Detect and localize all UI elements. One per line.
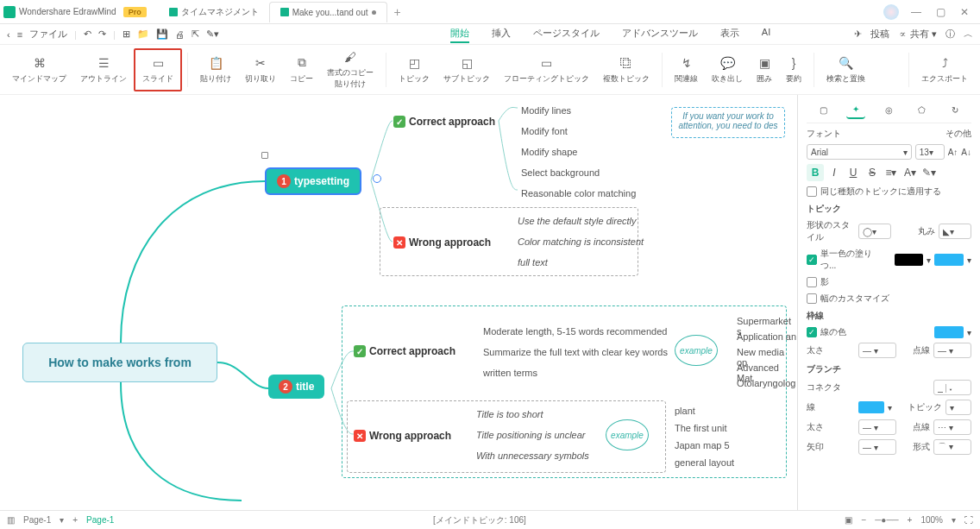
menu-tab-advance[interactable]: アドバンスツール [622, 25, 698, 43]
underline-button[interactable]: U [845, 164, 862, 181]
leaf[interactable]: Use the default style directly [518, 216, 637, 226]
selection-handle[interactable] [261, 152, 268, 159]
slide-button[interactable]: ▭スライド [134, 48, 182, 91]
font-dec[interactable]: A↓ [961, 148, 971, 157]
color-swatch[interactable] [858, 401, 884, 413]
panel-tab-shape[interactable]: ⬠ [913, 100, 932, 119]
export-button[interactable]: ⤴エクスポート [914, 48, 975, 91]
leaf[interactable]: The first unit [675, 423, 727, 433]
leaf[interactable]: Summarize the full text with clear key w… [483, 347, 668, 357]
bold-button[interactable]: B [807, 164, 824, 181]
fill-check[interactable]: ✓ [807, 255, 817, 265]
leaf[interactable]: Application an [737, 331, 796, 342]
menu-tab-view[interactable]: 表示 [720, 25, 739, 43]
leaf[interactable]: With unnecessary symbols [476, 450, 589, 461]
strike-button[interactable]: S [864, 164, 881, 181]
other-link[interactable]: その他 [945, 128, 971, 140]
node-correct-2[interactable]: ✓Correct approach [354, 345, 455, 357]
zoom-in[interactable]: + [908, 515, 913, 525]
summary-button[interactable]: ▣囲み [750, 48, 779, 91]
highlight-button[interactable]: ✎▾ [920, 164, 938, 181]
leaf[interactable]: Title positioning is unclear [476, 430, 585, 440]
formatpaste-button[interactable]: 🖌書式のコピー 貼り付け [320, 48, 380, 91]
dash-select[interactable]: — ▾ [933, 343, 971, 358]
node-title[interactable]: 2title [268, 375, 324, 399]
copy-button[interactable]: ⧉コピー [283, 48, 320, 91]
thick-select[interactable]: — ▾ [858, 343, 896, 358]
digest-button[interactable]: }要約 [779, 48, 808, 91]
undo-button[interactable]: ↶ [84, 28, 91, 40]
topic-button[interactable]: ◰トピック [392, 48, 437, 91]
new-tab-button[interactable]: + [387, 5, 408, 19]
sametype-check[interactable] [807, 186, 817, 197]
shadow-check[interactable] [807, 277, 817, 287]
leaf[interactable]: general layout [675, 457, 734, 468]
pages-icon[interactable]: ▥ [7, 515, 15, 525]
leaf[interactable]: Otolaryngolog [737, 378, 796, 388]
leaf[interactable]: full text [518, 257, 548, 268]
leaf[interactable]: Moderate length, 5-15 words recommended [483, 326, 667, 337]
paste-button[interactable]: 📋貼り付け [193, 48, 238, 91]
maximize-button[interactable]: ▢ [928, 6, 952, 18]
menu-tab-insert[interactable]: 挿入 [492, 25, 511, 43]
thick-select[interactable]: — ▾ [858, 419, 896, 435]
redo-button[interactable]: ↷ [98, 28, 106, 40]
node-wrong-2[interactable]: ✕Wrong approach [354, 430, 451, 442]
close-button[interactable]: ✕ [952, 6, 977, 18]
leaf[interactable]: Japan map 5 [675, 440, 730, 450]
font-select[interactable]: Arial▾ [807, 144, 912, 160]
leaf[interactable]: Modify lines [521, 105, 571, 116]
leaf[interactable]: Modify shape [521, 147, 577, 157]
zoom-value[interactable]: 100% [920, 515, 943, 525]
search-button[interactable]: 🔍検索と置換 [820, 48, 872, 91]
share-menu[interactable]: ∝ 共有 ▾ [898, 28, 937, 41]
arrow-select[interactable]: — ▾ [858, 439, 896, 455]
leaf[interactable]: Reasonable color matching [521, 188, 636, 198]
width-check[interactable] [807, 293, 817, 304]
collapse-ribbon[interactable]: ︿ [964, 28, 973, 41]
menu-tab-start[interactable]: 開始 [450, 25, 469, 43]
post-button[interactable]: 投稿 [870, 28, 889, 41]
subtopic-button[interactable]: ◱サブトピック [437, 48, 497, 91]
shape-select[interactable]: ◯▾ [858, 224, 891, 239]
file-menu[interactable]: ファイル [29, 28, 67, 41]
size-select[interactable]: 13 ▾ [915, 144, 945, 160]
leaf[interactable]: Select background [521, 167, 600, 178]
share-button[interactable]: ⇱ [192, 28, 199, 40]
node-typesetting[interactable]: 1typesetting [265, 167, 361, 195]
canvas[interactable]: How to make works from 1typesetting 2tit… [0, 95, 797, 510]
font-inc[interactable]: A↑ [948, 148, 958, 157]
color-swatch[interactable] [895, 254, 924, 266]
multi-button[interactable]: ⿻複数トピック [596, 48, 656, 91]
connector-select[interactable]: ⎯⎢▾ [933, 380, 971, 395]
border-check[interactable]: ✓ [807, 327, 817, 337]
open-button[interactable]: 📁 [137, 28, 149, 40]
callout-button[interactable]: 💬吹き出し [705, 48, 750, 91]
leaf[interactable]: Color matching is inconsistent [518, 236, 644, 247]
edit-button[interactable]: ✎▾ [206, 28, 219, 40]
cut-button[interactable]: ✂切り取り [238, 48, 283, 91]
outline-button[interactable]: ☰アウトライン [73, 48, 134, 91]
dash-select[interactable]: ⋯ ▾ [933, 419, 971, 435]
panel-tab-history[interactable]: ↻ [945, 100, 964, 119]
leaf[interactable]: plant [675, 406, 695, 416]
round-select[interactable]: ◣▾ [939, 224, 971, 239]
new-button[interactable]: ⊞ [122, 28, 130, 40]
tab-2[interactable]: Make you...tand out [269, 2, 387, 22]
menu-icon[interactable]: ≡ [17, 29, 22, 40]
example-node[interactable]: example [675, 335, 718, 366]
align-button[interactable]: ≡▾ [883, 164, 900, 181]
panel-tab-target[interactable]: ◎ [879, 100, 898, 119]
callout[interactable]: If you want your work to attention, you … [671, 107, 785, 138]
mindmap-button[interactable]: ⌘マインドマップ [5, 48, 73, 91]
print-button[interactable]: 🖨 [175, 29, 185, 40]
menu-tab-pagestyle[interactable]: ページスタイル [533, 25, 600, 43]
add-page[interactable]: + [72, 515, 78, 525]
menu-tab-ai[interactable]: AI [762, 25, 770, 43]
save-button[interactable]: 💾 [156, 28, 168, 40]
node-wrong-1[interactable]: ✕Wrong approach [393, 236, 491, 249]
avatar[interactable] [883, 4, 899, 20]
root-node[interactable]: How to make works from [22, 343, 217, 382]
node-correct-1[interactable]: ✓Correct approach [393, 116, 495, 128]
help-button[interactable]: ⓘ [945, 28, 955, 41]
